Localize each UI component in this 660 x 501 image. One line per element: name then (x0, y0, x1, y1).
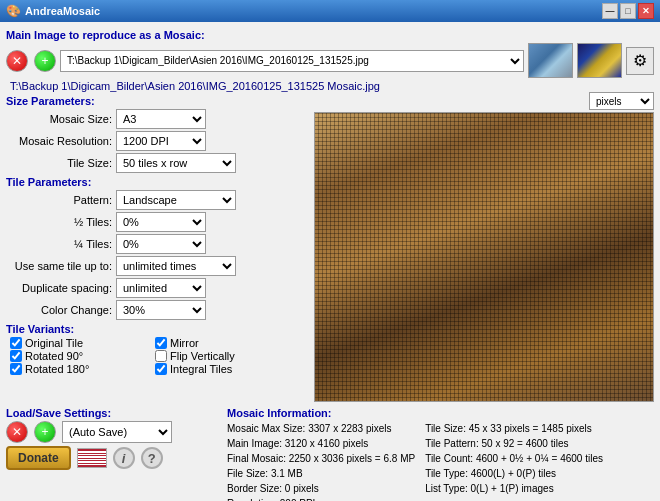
remove-image-button[interactable]: ✕ (6, 50, 28, 72)
title-bar-controls: — □ ✕ (602, 3, 654, 19)
mosaic-info-title: Mosaic Information: (227, 407, 654, 419)
left-panel: Size Parameters: Mosaic Size: A3 A4A2 Mo… (6, 92, 296, 402)
body-area: Size Parameters: Mosaic Size: A3 A4A2 Mo… (6, 92, 654, 402)
help-icon[interactable]: ? (141, 447, 163, 469)
mosaic-size-select[interactable]: A3 A4A2 (116, 109, 206, 129)
tile-variants-title: Tile Variants: (6, 323, 296, 335)
load-delete-button[interactable]: ✕ (6, 421, 28, 443)
window-title: AndreaMosaic (25, 5, 100, 17)
bottom-left: Load/Save Settings: ✕ + (Auto Save) Dona… (6, 404, 221, 501)
mosaic-resolution-select[interactable]: 1200 DPI (116, 131, 206, 151)
info-icon[interactable]: i (113, 447, 135, 469)
integral-tiles-checkbox[interactable] (155, 363, 167, 375)
donate-button[interactable]: Donate (6, 446, 71, 470)
title-bar: 🎨 AndreaMosaic — □ ✕ (0, 0, 660, 22)
use-same-tile-row: Use same tile up to: unlimited times (6, 256, 296, 276)
mosaic-preview (314, 112, 654, 402)
mirror-item: Mirror (155, 337, 296, 349)
color-change-label: Color Change: (6, 304, 116, 316)
integral-tiles-label: Integral Tiles (170, 363, 232, 375)
use-same-tile-select[interactable]: unlimited times (116, 256, 236, 276)
bottom-area: Load/Save Settings: ✕ + (Auto Save) Dona… (6, 404, 654, 501)
rotated-180-item: Rotated 180° (10, 363, 151, 375)
mosaic-info-col2: Tile Size: 45 x 33 pixels = 1485 pixels … (425, 421, 603, 501)
pattern-select[interactable]: Landscape (116, 190, 236, 210)
file-path-display: T:\Backup 1\Digicam_Bilder\Asien 2016\IM… (6, 80, 654, 92)
original-tile-item: Original Tile (10, 337, 151, 349)
mosaic-resolution-label: Mosaic Resolution: (6, 135, 116, 147)
settings-button[interactable]: ⚙ (626, 47, 654, 75)
info-line-3: Final Mosaic: 2250 x 3036 pixels = 6.8 M… (227, 451, 415, 466)
flip-vertically-checkbox[interactable] (155, 350, 167, 362)
close-button[interactable]: ✕ (638, 3, 654, 19)
flip-vertically-label: Flip Vertically (170, 350, 235, 362)
duplicate-spacing-label: Duplicate spacing: (6, 282, 116, 294)
pattern-label: Pattern: (6, 194, 116, 206)
tile-variants-group: Original Tile Mirror Rotated 90° Flip Ve… (10, 337, 296, 375)
load-save-title: Load/Save Settings: (6, 407, 221, 419)
tile-size-row: Tile Size: 50 tiles x row (6, 153, 296, 173)
thumbnail-2 (577, 43, 622, 78)
tile-size-label: Tile Size: (6, 157, 116, 169)
rotated-180-label: Rotated 180° (25, 363, 89, 375)
info-list-type: List Type: 0(L) + 1(P) images (425, 481, 603, 496)
flip-vertically-item: Flip Vertically (155, 350, 296, 362)
original-tile-checkbox[interactable] (10, 337, 22, 349)
info-tile-count: Tile Count: 4600 + 0½ + 0¼ = 4600 tiles (425, 451, 603, 466)
info-line-6: Resolution: 200 PPI (227, 496, 415, 501)
load-save-row: ✕ + (Auto Save) (6, 421, 221, 443)
load-add-button[interactable]: + (34, 421, 56, 443)
original-tile-label: Original Tile (25, 337, 83, 349)
mirror-checkbox[interactable] (155, 337, 167, 349)
mosaic-resolution-row: Mosaic Resolution: 1200 DPI (6, 131, 296, 151)
quarter-tiles-select[interactable]: 0% (116, 234, 206, 254)
mosaic-size-label: Mosaic Size: (6, 113, 116, 125)
color-change-select[interactable]: 30% (116, 300, 206, 320)
mosaic-size-row: Mosaic Size: A3 A4A2 (6, 109, 296, 129)
main-image-row: ✕ + T:\Backup 1\Digicam_Bilder\Asien 201… (6, 43, 654, 78)
color-change-row: Color Change: 30% (6, 300, 296, 320)
pattern-row: Pattern: Landscape (6, 190, 296, 210)
duplicate-spacing-select[interactable]: unlimited (116, 278, 206, 298)
rotated-180-checkbox[interactable] (10, 363, 22, 375)
maximize-button[interactable]: □ (620, 3, 636, 19)
rotated-90-item: Rotated 90° (10, 350, 151, 362)
use-same-tile-label: Use same tile up to: (6, 260, 116, 272)
info-tile-size: Tile Size: 45 x 33 pixels = 1485 pixels (425, 421, 603, 436)
flag-icon (77, 448, 107, 468)
info-line-2: Main Image: 3120 x 4160 pixels (227, 436, 415, 451)
quarter-tiles-label: ¼ Tiles: (6, 238, 116, 250)
pixels-select[interactable]: pixels inchescm (589, 92, 654, 110)
quarter-tiles-row: ¼ Tiles: 0% (6, 234, 296, 254)
info-line-1: Mosaic Max Size: 3307 x 2283 pixels (227, 421, 415, 436)
info-line-4: File Size: 3.1 MB (227, 466, 415, 481)
mosaic-info-col1: Mosaic Max Size: 3307 x 2283 pixels Main… (227, 421, 415, 501)
tile-parameters-title: Tile Parameters: (6, 176, 296, 188)
rotated-90-label: Rotated 90° (25, 350, 83, 362)
integral-tiles-item: Integral Tiles (155, 363, 296, 375)
mirror-label: Mirror (170, 337, 199, 349)
mosaic-grid (315, 113, 653, 401)
half-tiles-select[interactable]: 0% (116, 212, 206, 232)
mosaic-info-area: Mosaic Information: Mosaic Max Size: 330… (227, 404, 654, 501)
pixels-dropdown-row: pixels inchescm (589, 92, 654, 110)
info-tile-pattern: Tile Pattern: 50 x 92 = 4600 tiles (425, 436, 603, 451)
right-panel: pixels inchescm (300, 92, 654, 402)
mosaic-info-columns: Mosaic Max Size: 3307 x 2283 pixels Main… (227, 421, 654, 501)
duplicate-spacing-row: Duplicate spacing: unlimited (6, 278, 296, 298)
thumbnail-1 (528, 43, 573, 78)
add-image-button[interactable]: + (34, 50, 56, 72)
auto-save-select[interactable]: (Auto Save) (62, 421, 172, 443)
tile-size-select[interactable]: 50 tiles x row (116, 153, 236, 173)
half-tiles-label: ½ Tiles: (6, 216, 116, 228)
donate-row: Donate i ? (6, 446, 221, 470)
image-path-dropdown[interactable]: T:\Backup 1\Digicam_Bilder\Asien 2016\IM… (60, 50, 524, 72)
rotated-90-checkbox[interactable] (10, 350, 22, 362)
minimize-button[interactable]: — (602, 3, 618, 19)
main-content: Main Image to reproduce as a Mosaic: ✕ +… (0, 22, 660, 501)
half-tiles-row: ½ Tiles: 0% (6, 212, 296, 232)
info-line-5: Border Size: 0 pixels (227, 481, 415, 496)
info-tile-type: Tile Type: 4600(L) + 0(P) tiles (425, 466, 603, 481)
size-parameters-title: Size Parameters: (6, 95, 296, 107)
main-image-title: Main Image to reproduce as a Mosaic: (6, 29, 654, 41)
